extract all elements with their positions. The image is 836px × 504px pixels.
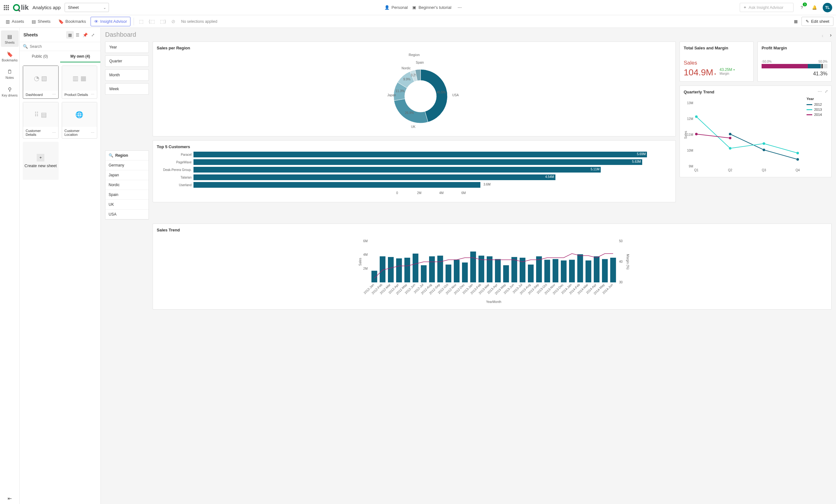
rail-notes-label: Notes (5, 76, 14, 79)
svg-text:Japan: Japan (387, 93, 396, 97)
ask-insight-input[interactable]: ✦ Ask Insight Advisor (740, 3, 794, 12)
rail-sheets[interactable]: ▤Sheets (1, 31, 19, 47)
chart-legend-title: Region (157, 53, 672, 57)
svg-line-1 (18, 9, 20, 12)
user-avatar[interactable]: TL (823, 3, 832, 12)
person-icon: 👤 (384, 5, 390, 10)
sales-per-region-chart[interactable]: Sales per Region Region 45.5%26.9%11.3%9… (153, 41, 676, 136)
more-icon[interactable]: ⋯ (455, 3, 464, 12)
bookmarks-tab[interactable]: 🔖Bookmarks (55, 17, 89, 26)
svg-text:4M: 4M (363, 253, 368, 256)
sheet-selector[interactable]: Sheet ⌄ (64, 3, 109, 12)
prev-sheet-icon[interactable]: ‹ (822, 33, 823, 39)
region-item[interactable]: Spain (106, 190, 149, 200)
collapse-rail-icon[interactable]: ⇤ (1, 492, 19, 504)
thumb-menu-icon[interactable]: ⋯ (52, 131, 56, 135)
svg-rect-57 (437, 256, 443, 283)
pin-icon[interactable]: 📌 (81, 31, 89, 39)
create-sheet-button[interactable]: + Create new sheet (23, 142, 59, 180)
edit-sheet-button[interactable]: ✎Edit sheet (801, 17, 834, 26)
kpi-label: Sales (684, 60, 749, 66)
key-icon: ⚲ (8, 86, 12, 93)
step-back-icon[interactable]: ⟨⬚ (147, 17, 157, 26)
region-item[interactable]: Japan (106, 170, 149, 180)
app-launcher-icon[interactable] (4, 5, 9, 10)
next-sheet-icon[interactable]: › (830, 32, 832, 38)
sparkle-icon: ✦ (743, 5, 747, 10)
expand-icon[interactable]: ⤢ (89, 31, 97, 39)
svg-rect-63 (462, 263, 468, 283)
tab-public[interactable]: Public (0) (20, 51, 60, 62)
tutorial-link[interactable]: ▣ Beginner's tutorial (412, 5, 452, 10)
svg-rect-71 (495, 259, 501, 283)
left-rail: ▤Sheets 🔖Bookmarks 🗒Notes ⚲Key drivers ⇤ (0, 28, 20, 504)
region-item[interactable]: UK (106, 200, 149, 210)
thumb-product-details[interactable]: ▥ ▦ Product Details⋯ (62, 65, 97, 99)
search-input[interactable] (30, 44, 97, 49)
week-filter[interactable]: Week (105, 83, 149, 95)
total-sales-margin-kpi[interactable]: Total Sales and Margin Sales 104.9M ▪ 43… (680, 41, 754, 82)
qlik-logo[interactable]: lik (13, 3, 28, 12)
step-forward-icon[interactable]: ⬚⟩ (158, 17, 168, 26)
clear-selection-icon[interactable]: ⊘ (169, 17, 177, 26)
top5-customers-chart[interactable]: Top 5 Customers Paracel5.69MPageWave5.63… (153, 140, 676, 202)
svg-rect-81 (536, 256, 542, 283)
toolbar: ▥Assets ▤Sheets 🔖Bookmarks 👁Insight Advi… (0, 15, 836, 28)
bell-icon[interactable]: 🔔 (810, 3, 819, 12)
sheets-tab[interactable]: ▤Sheets (28, 17, 54, 26)
svg-point-33 (695, 133, 698, 136)
sheets-label: Sheets (38, 19, 50, 24)
dashboard-canvas: Dashboard › ‹ Year Quarter Month Week 🔍R… (101, 28, 836, 504)
svg-text:11.3%: 11.3% (396, 89, 404, 93)
insight-advisor-tab[interactable]: 👁Insight Advisor (91, 17, 131, 26)
sheets-panel: Sheets ▦ ☰ 📌 ⤢ 🔍 Public (0) My own (4) ◔… (20, 28, 101, 504)
svg-point-31 (762, 142, 765, 145)
help-icon[interactable]: ?3 (797, 3, 806, 12)
svg-text:12M: 12M (687, 117, 693, 121)
personal-label: Personal (392, 5, 407, 10)
time-filters: Year Quarter Month Week 🔍Region GermanyJ… (105, 41, 149, 220)
rail-bookmarks[interactable]: 🔖Bookmarks (1, 48, 19, 64)
selection-tool-icon[interactable]: ⬚ (137, 17, 145, 26)
quarterly-trend-chart[interactable]: Quarterly Trend ⤢ ⋯ 9M10M11M12M13MQ1Q2Q3… (680, 85, 832, 177)
logo-q-icon (13, 3, 21, 12)
layout-icon[interactable]: ▦ (791, 17, 800, 26)
thumb-customer-location[interactable]: 🌐 Customer Location⋯ (62, 102, 97, 139)
sales-trend-chart[interactable]: Sales Trend 2M4M6M3040502012-Jan2012-Feb… (153, 224, 832, 310)
quarter-filter[interactable]: Quarter (105, 55, 149, 67)
region-item[interactable]: USA (106, 210, 149, 219)
assets-label: Assets (12, 19, 24, 24)
insight-label: Insight Advisor (100, 19, 127, 24)
thumb-menu-icon[interactable]: ⋯ (91, 131, 94, 135)
region-title: Region (115, 153, 128, 158)
svg-rect-79 (528, 265, 534, 283)
expand-icon[interactable]: ⤢ (824, 89, 828, 94)
rail-drivers[interactable]: ⚲Key drivers (1, 83, 19, 100)
svg-text:26.9%: 26.9% (405, 111, 414, 115)
year-filter[interactable]: Year (105, 41, 149, 53)
kpi-margin-label: Margin (720, 72, 735, 75)
view-grid-icon[interactable]: ▦ (66, 31, 74, 39)
thumb-preview: ◔ ▧ (23, 66, 58, 91)
profit-margin-chart[interactable]: Profit Margin -50.0% 50.0% 41.3% (758, 41, 832, 82)
chart-title: Top 5 Customers (157, 144, 672, 149)
svg-text:0: 0 (396, 191, 398, 195)
view-list-icon[interactable]: ☰ (74, 31, 81, 39)
month-filter[interactable]: Month (105, 69, 149, 81)
chart-menu-icon[interactable]: ⋯ (818, 89, 822, 94)
personal-button[interactable]: 👤 Personal (384, 5, 407, 10)
thumb-menu-icon[interactable]: ⋯ (52, 93, 56, 97)
thumb-menu-icon[interactable]: ⋯ (91, 93, 94, 97)
sheet-selector-label: Sheet (68, 5, 79, 10)
thumb-customer-details[interactable]: ⠿ ▤ Customer Details⋯ (23, 102, 59, 139)
thumb-dashboard[interactable]: ◔ ▧ Dashboard⋯ (23, 65, 59, 99)
region-item[interactable]: Germany (106, 160, 149, 170)
chart-title: Total Sales and Margin (684, 45, 749, 50)
svg-rect-69 (487, 256, 492, 283)
tab-my-own[interactable]: My own (4) (60, 51, 101, 62)
sheets-search[interactable]: 🔍 (20, 42, 100, 51)
bookmark-icon: 🔖 (7, 51, 13, 57)
region-item[interactable]: Nordic (106, 180, 149, 190)
rail-notes[interactable]: 🗒Notes (1, 66, 19, 82)
assets-tab[interactable]: ▥Assets (2, 17, 27, 26)
